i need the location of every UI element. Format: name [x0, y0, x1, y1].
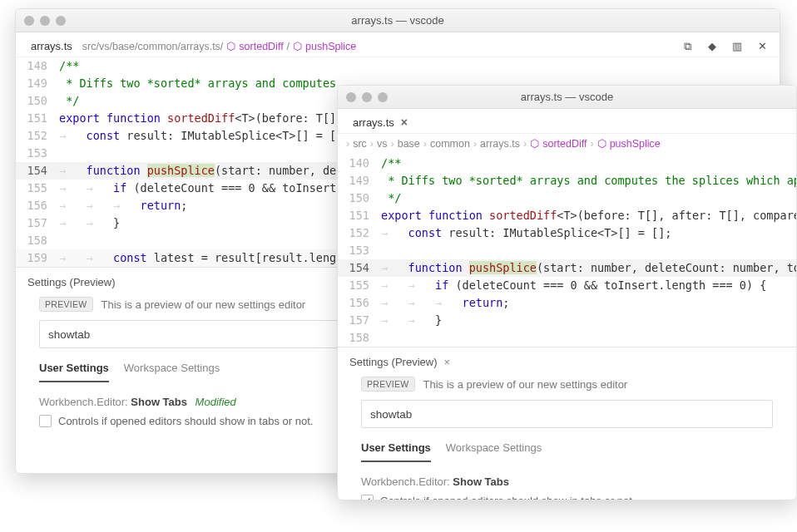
close-icon[interactable]: × [443, 356, 450, 368]
preview-text: This is a preview of our new settings ed… [423, 378, 628, 391]
chevron-right-icon: › [391, 138, 394, 150]
split-editor-icon[interactable]: ▥ [730, 39, 745, 54]
tab-bar: arrays.ts × [338, 109, 796, 134]
chevron-right-icon: › [473, 138, 477, 150]
tab-workspace-settings[interactable]: Workspace Settings [446, 436, 542, 462]
cube-icon: ⬡ [530, 137, 539, 150]
preview-badge: PREVIEW [361, 377, 415, 392]
preview-badge: PREVIEW [39, 297, 93, 312]
show-tabs-checkbox[interactable] [39, 415, 52, 427]
settings-tabs: User Settings Workspace Settings [338, 436, 796, 462]
tab-user-settings[interactable]: User Settings [39, 357, 109, 382]
breadcrumb[interactable]: ›src ›vs ›base ›common ›arrays.ts ›⬡sort… [338, 134, 796, 155]
close-tab-icon[interactable]: × [401, 116, 408, 129]
compare-icon[interactable]: ⧉ [680, 39, 695, 54]
preview-text: This is a preview of our new settings ed… [101, 298, 306, 311]
traffic-lights[interactable] [346, 92, 388, 102]
tab-user-settings[interactable]: User Settings [361, 436, 431, 462]
cube-icon: ⬡ [226, 40, 235, 52]
breadcrumb[interactable]: src/vs/base/common/arrays.ts/ ⬡ sortedDi… [81, 40, 356, 52]
settings-header: Settings (Preview) × [338, 354, 796, 375]
titlebar[interactable]: arrays.ts — vscode [338, 86, 796, 109]
tab-label: arrays.ts [353, 116, 394, 129]
chevron-right-icon: › [370, 138, 374, 150]
traffic-lights[interactable] [24, 16, 66, 26]
tab-workspace-settings[interactable]: Workspace Settings [124, 357, 220, 382]
editor-actions: ⧉ ◆ ▥ ✕ [680, 39, 773, 54]
chevron-right-icon: › [590, 138, 593, 150]
titlebar[interactable]: arrays.ts — vscode [16, 9, 780, 32]
tab-arrays[interactable]: arrays.ts [22, 37, 81, 56]
code-editor[interactable]: 140/** 149 * Diffs two *sorted* arrays a… [338, 155, 796, 347]
settings-panel: Settings (Preview) × PREVIEW This is a p… [338, 347, 796, 500]
show-tabs-checkbox[interactable] [361, 495, 374, 500]
source-control-icon[interactable]: ◆ [705, 39, 720, 54]
close-icon[interactable]: ✕ [755, 39, 770, 54]
setting-description: Controls if opened editors should show i… [380, 495, 635, 500]
setting-description: Controls if opened editors should show i… [58, 415, 313, 427]
chevron-right-icon: › [346, 138, 349, 150]
chevron-right-icon: › [523, 138, 527, 150]
window-title: arrays.ts — vscode [16, 14, 780, 27]
tab-arrays[interactable]: arrays.ts × [344, 112, 416, 133]
cube-icon: ⬡ [293, 40, 302, 52]
cube-icon: ⬡ [597, 137, 606, 150]
chevron-right-icon: › [423, 138, 427, 150]
tab-label: arrays.ts [31, 40, 72, 52]
tab-bar: arrays.ts src/vs/base/common/arrays.ts/ … [16, 32, 780, 57]
settings-search-input[interactable] [361, 400, 773, 428]
modified-indicator: Modified [196, 396, 236, 408]
setting-item: Workbench.Editor: Show Tabs Controls if … [338, 462, 796, 500]
vscode-window-front: arrays.ts — vscode arrays.ts × ›src ›vs … [337, 85, 797, 500]
window-title: arrays.ts — vscode [338, 91, 796, 103]
